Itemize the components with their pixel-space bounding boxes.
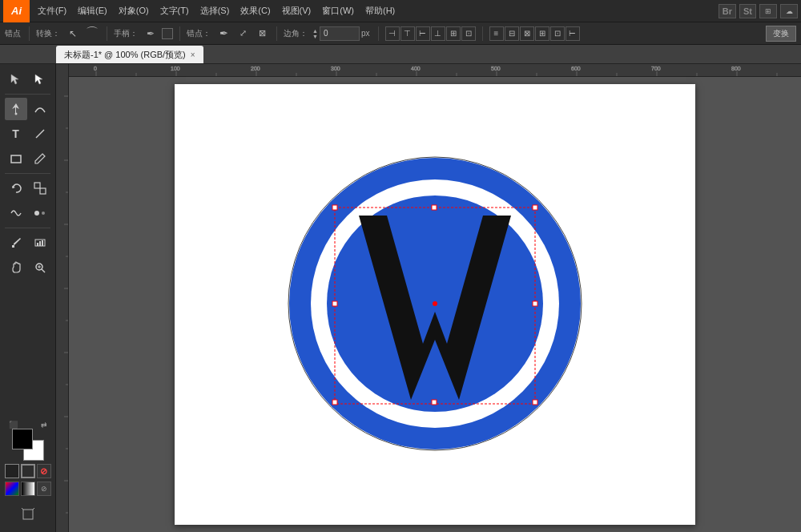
tool-sep-1 — [5, 94, 50, 95]
menu-select[interactable]: 选择(S) — [195, 3, 235, 18]
tab-close-icon[interactable]: × — [191, 50, 195, 59]
hand-tool[interactable] — [5, 256, 27, 279]
pencil-tool[interactable] — [29, 147, 51, 170]
svg-line-1 — [36, 130, 44, 138]
stock-btn[interactable]: St — [739, 4, 756, 18]
rotate-tool[interactable] — [5, 177, 27, 200]
pattern-mode-icon[interactable]: ⊘ — [37, 482, 51, 496]
svg-point-0 — [14, 113, 17, 115]
align-btn-1[interactable]: ⊣ — [385, 26, 400, 41]
svg-text:700: 700 — [651, 66, 661, 71]
handle-icon[interactable]: ✒ — [143, 26, 159, 42]
curve-tool-icon[interactable]: ⌒ — [84, 26, 100, 42]
pen-tool[interactable] — [5, 98, 27, 120]
svg-point-6 — [42, 212, 45, 215]
menu-file[interactable]: 文件(F) — [33, 3, 71, 18]
menu-view[interactable]: 视图(V) — [277, 3, 316, 18]
dist-btn-1[interactable]: ≡ — [489, 26, 504, 41]
logo-container — [287, 155, 583, 453]
align-btn-5[interactable]: ⊞ — [446, 26, 461, 41]
menu-edit[interactable]: 编辑(E) — [73, 3, 112, 18]
artboard-tool[interactable] — [17, 503, 39, 526]
select-tool[interactable] — [5, 68, 27, 91]
svg-text:300: 300 — [331, 66, 340, 71]
angle-up-arrow[interactable]: ▲ — [312, 28, 318, 34]
stroke-icon[interactable] — [21, 464, 35, 478]
transform-button[interactable]: 变换 — [766, 26, 796, 42]
foreground-color-swatch[interactable] — [12, 429, 33, 449]
svg-text:600: 600 — [571, 66, 581, 71]
toolbox: T — [0, 64, 56, 532]
distribute-buttons: ≡ ⊟ ⊠ ⊞ ⊡ ⊢ — [489, 26, 580, 41]
color-swatches: ⬛ ⇄ — [12, 429, 44, 461]
warp-tool[interactable] — [5, 202, 27, 224]
menu-text[interactable]: 文字(T) — [155, 3, 194, 18]
anchor-remove-icon[interactable]: ⊠ — [254, 26, 270, 42]
dist-btn-5[interactable]: ⊡ — [550, 26, 565, 41]
tool-row-warp — [0, 201, 55, 225]
anchor-rect-icon[interactable] — [162, 28, 173, 39]
angle-label: 边角： — [284, 28, 309, 39]
angle-unit: px — [361, 29, 372, 38]
align-btn-6[interactable]: ⊡ — [461, 26, 476, 41]
zoom-tool[interactable] — [29, 256, 51, 279]
line-tool[interactable] — [29, 123, 51, 145]
menu-effect[interactable]: 效果(C) — [235, 3, 275, 18]
tool-sep-3 — [5, 228, 50, 228]
sep4 — [276, 26, 277, 41]
anchor-pen-icon[interactable]: ✒ — [215, 26, 231, 42]
svg-rect-11 — [42, 240, 43, 246]
gradient-mode-icon[interactable] — [21, 482, 35, 496]
sep6 — [482, 26, 483, 41]
scale-tool[interactable] — [29, 177, 51, 200]
sep5 — [378, 26, 379, 41]
svg-rect-3 — [34, 183, 40, 188]
eyedropper-tool[interactable] — [5, 232, 27, 254]
direct-select-tool[interactable] — [29, 68, 51, 91]
anchor-convert-icon[interactable]: ⤢ — [235, 26, 251, 42]
tool-row-select — [0, 67, 55, 91]
align-btn-2[interactable]: ⊤ — [400, 26, 415, 41]
logo-svg — [287, 155, 583, 452]
svg-text:100: 100 — [171, 66, 180, 71]
color-area: ⬛ ⇄ ⊘ ⊘ — [3, 429, 52, 496]
angle-input[interactable]: 0 — [320, 26, 360, 41]
none-icon[interactable]: ⊘ — [37, 464, 51, 478]
curvature-tool[interactable] — [29, 98, 51, 120]
grid-icon[interactable]: ⊞ — [759, 4, 777, 18]
svg-line-13 — [42, 269, 45, 272]
align-btn-4[interactable]: ⊥ — [431, 26, 445, 41]
toolbar: 错点 转换： ↖ ⌒ 手柄： ✒ 错点： ✒ ⤢ ⊠ 边角： ▲ ▼ 0 px … — [0, 22, 801, 45]
menu-help[interactable]: 帮助(H) — [360, 3, 400, 18]
toolbox-extra — [0, 500, 55, 529]
fill-icon[interactable] — [5, 464, 19, 478]
dist-btn-2[interactable]: ⊟ — [505, 26, 519, 41]
select-tool-icon[interactable]: ↖ — [65, 26, 81, 42]
right-controls: Br St ⊞ ☁ — [718, 4, 798, 18]
align-btn-3[interactable]: ⊢ — [416, 26, 430, 41]
ai-logo-icon: Ai — [3, 0, 30, 22]
blend-tool[interactable] — [29, 202, 51, 224]
measure-tool[interactable] — [29, 232, 51, 254]
tool-row-shape — [0, 147, 55, 171]
color-mode-icon[interactable] — [5, 482, 19, 496]
type-tool[interactable]: T — [5, 123, 27, 145]
angle-down-arrow[interactable]: ▼ — [312, 34, 318, 39]
svg-rect-70 — [533, 205, 537, 210]
svg-rect-9 — [37, 243, 38, 246]
svg-rect-16 — [23, 510, 33, 519]
menu-window[interactable]: 窗口(W) — [317, 3, 359, 18]
cloud-icon[interactable]: ☁ — [780, 4, 798, 18]
dist-btn-6[interactable]: ⊢ — [566, 26, 580, 41]
menu-object[interactable]: 对象(O) — [114, 3, 154, 18]
rectangle-tool[interactable] — [5, 147, 27, 170]
swap-colors-icon[interactable]: ⇄ — [41, 421, 47, 429]
svg-rect-7 — [12, 245, 14, 248]
canvas-area: 0 100 200 300 400 500 600 700 80 — [56, 64, 801, 532]
bridge-btn[interactable]: Br — [718, 4, 736, 18]
svg-rect-72 — [533, 301, 537, 306]
document-tab[interactable]: 未标题-1* @ 100% (RGB/预览) × — [56, 46, 203, 63]
dist-btn-3[interactable]: ⊠ — [520, 26, 534, 41]
dist-btn-4[interactable]: ⊞ — [535, 26, 549, 41]
reset-colors-icon[interactable]: ⬛ — [9, 421, 18, 429]
